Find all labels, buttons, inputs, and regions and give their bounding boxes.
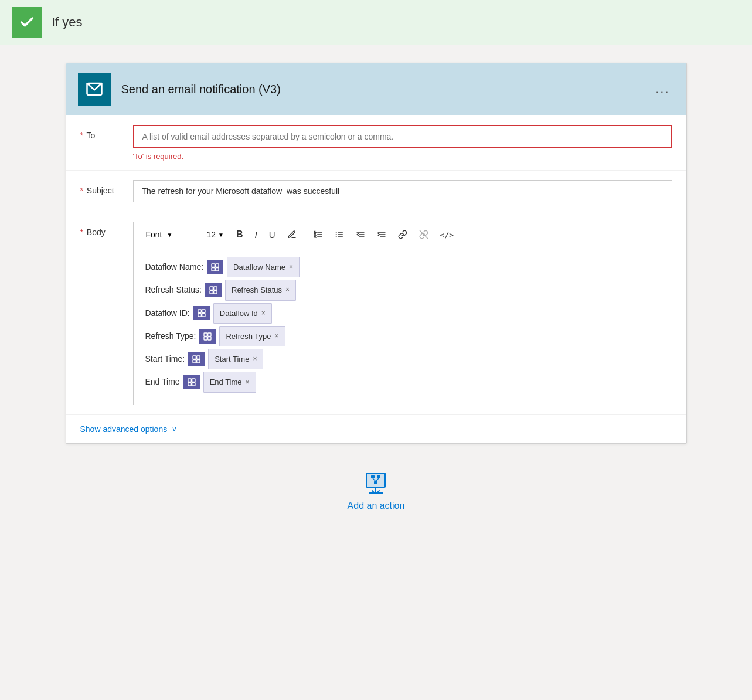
body-line: Refresh Status: Refresh Status× [145,280,660,300]
svg-rect-44 [366,473,385,487]
svg-rect-37 [197,356,200,359]
body-label: * Body [80,222,133,237]
token-chip-close[interactable]: × [285,283,290,297]
bold-button[interactable]: B [232,227,248,242]
token-chip[interactable]: Refresh Type× [219,326,285,346]
svg-point-10 [335,232,336,233]
token-chip-close[interactable]: × [246,375,250,390]
to-label: * To [80,125,133,140]
token-icon [183,375,200,389]
code-button[interactable]: </> [435,228,458,242]
svg-rect-41 [192,379,195,382]
svg-rect-40 [188,379,191,382]
svg-rect-29 [202,310,205,312]
token-chip-close[interactable]: × [275,329,279,344]
token-icon [193,306,210,320]
underline-button[interactable]: U [264,227,280,242]
add-action-section: Add an action [348,444,405,529]
advanced-options-label: Show advanced options [80,424,168,434]
token-chip-label: Dataflow Id [220,305,258,321]
subject-label: * Subject [80,180,133,195]
svg-rect-23 [216,267,219,270]
font-size-value: 12 [207,230,216,239]
italic-button[interactable]: I [250,227,262,242]
highlight-button[interactable] [283,227,301,242]
svg-point-11 [335,234,336,235]
font-label: Font [146,230,162,239]
card-menu-button[interactable]: ... [651,79,674,99]
font-size-arrow: ▼ [218,232,224,238]
token-chip-label: Refresh Type [226,328,271,344]
body-line-label: Start Time: [145,351,185,368]
body-line-label: Dataflow ID: [145,305,190,322]
decrease-indent-button[interactable] [351,227,370,242]
if-yes-header: If yes [0,0,752,45]
token-icon [205,283,222,297]
ordered-list-button[interactable]: 1. 2. 3. [309,227,328,242]
subject-row: * Subject [66,171,686,212]
token-chip-close[interactable]: × [261,306,266,321]
advanced-options-row: Show advanced options ∨ [66,415,686,443]
svg-rect-35 [208,337,211,339]
token-chip[interactable]: End Time× [203,372,256,392]
card-title: Send an email notification (V3) [121,83,651,96]
token-chip[interactable]: Dataflow Name× [227,257,300,277]
link-button[interactable] [393,227,412,242]
token-chip-close[interactable]: × [253,352,257,366]
toolbar-separator-1 [305,229,305,240]
svg-rect-38 [193,359,196,362]
to-input[interactable] [133,125,672,148]
font-size-selector[interactable]: 12 ▼ [202,227,229,242]
token-chip-label: Dataflow Name [233,259,285,275]
token-icon [207,260,223,274]
add-action-icon [364,473,387,496]
body-field: Font ▼ 12 ▼ B I U [133,222,672,405]
increase-indent-button[interactable] [372,227,391,242]
svg-rect-33 [208,333,211,336]
add-action-label: Add an action [348,501,405,511]
svg-rect-24 [210,287,213,290]
to-row: * To 'To' is required. [66,115,686,171]
subject-input[interactable] [133,180,672,202]
token-chip-label: Start Time [215,351,249,367]
body-line: Dataflow Name: Dataflow Name× [145,257,660,277]
show-advanced-options-link[interactable]: Show advanced options ∨ [80,424,672,434]
if-yes-check-icon [12,7,42,38]
body-line-label: Refresh Status: [145,281,202,298]
svg-rect-22 [212,267,215,270]
unlink-button[interactable] [414,227,433,242]
font-selector[interactable]: Font ▼ [141,227,199,242]
svg-rect-28 [198,310,201,312]
unordered-list-button[interactable] [330,227,349,242]
main-content: Send an email notification (V3) ... * To… [0,45,752,700]
token-chip[interactable]: Dataflow Id× [213,303,272,324]
body-line-label: Refresh Type: [145,328,196,345]
body-line: Refresh Type: Refresh Type× [145,326,660,346]
svg-rect-21 [216,264,219,267]
svg-rect-25 [214,287,217,290]
body-line: End Time End Time× [145,372,660,392]
subject-field [133,180,672,202]
token-chip[interactable]: Refresh Status× [225,280,296,300]
add-action-button[interactable]: Add an action [348,473,405,511]
svg-point-12 [335,236,336,237]
token-chip-label: Refresh Status [232,282,282,298]
svg-rect-26 [210,291,213,294]
token-chip[interactable]: Start Time× [208,349,263,369]
token-chip-close[interactable]: × [289,260,293,274]
svg-rect-32 [204,333,207,336]
body-toolbar: Font ▼ 12 ▼ B I U [134,222,672,247]
if-yes-label: If yes [52,15,83,30]
body-content[interactable]: Dataflow Name: Dataflow Name×Refresh Sta… [134,247,672,405]
body-line-label: Dataflow Name: [145,259,204,276]
advanced-options-chevron: ∨ [172,425,177,433]
svg-rect-27 [214,291,217,294]
body-line: Dataflow ID: Dataflow Id× [145,303,660,324]
svg-rect-43 [192,383,195,386]
token-icon [188,352,205,366]
svg-rect-20 [212,264,215,267]
card-header: Send an email notification (V3) ... [66,63,686,115]
token-icon [199,329,216,344]
svg-text:3.: 3. [314,235,316,238]
body-line-label: End Time [145,373,180,390]
